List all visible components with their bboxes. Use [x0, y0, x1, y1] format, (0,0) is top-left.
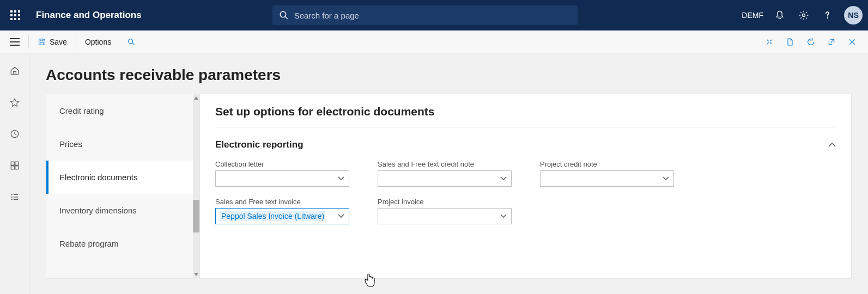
refresh-button[interactable] — [800, 30, 821, 53]
field-project-credit-note: Project credit note — [540, 160, 674, 187]
svg-rect-4 — [14, 14, 16, 16]
search-input[interactable] — [294, 11, 571, 20]
svg-point-15 — [129, 39, 133, 43]
field-sales-credit-note: Sales and Free text credit note — [378, 160, 512, 187]
chevron-down-icon — [194, 273, 198, 276]
field-sales-invoice: Sales and Free text invoice Peppol Sales… — [215, 198, 349, 224]
field-project-invoice: Project invoice — [378, 198, 512, 224]
main-content: Accounts receivable parameters Credit ra… — [29, 53, 868, 294]
nav-recent-button[interactable] — [5, 124, 25, 144]
field-label: Collection letter — [215, 160, 349, 168]
nav-modules-button[interactable] — [5, 187, 25, 207]
page-toolbar: Save Options — [0, 30, 868, 53]
help-button[interactable] — [817, 0, 839, 30]
popout-button[interactable] — [821, 30, 842, 53]
global-search[interactable] — [272, 5, 578, 25]
field-collection-letter: Collection letter — [215, 160, 349, 187]
select-sales-invoice[interactable]: Peppol Sales Invoice (Litware) — [215, 208, 349, 224]
sidepanel-item-rebate-program[interactable]: Rebate program — [46, 227, 193, 260]
refresh-icon — [806, 38, 815, 46]
save-label: Save — [50, 38, 67, 46]
grid-icon — [10, 161, 20, 170]
select-project-credit-note[interactable] — [540, 170, 674, 187]
toolbar-actions — [759, 30, 868, 53]
svg-rect-6 — [10, 18, 13, 20]
field-label: Project invoice — [378, 198, 512, 206]
select-value: Peppol Sales Invoice (Litware) — [220, 211, 325, 221]
svg-line-16 — [132, 43, 134, 45]
svg-rect-0 — [10, 10, 13, 13]
page-title: Accounts receivable parameters — [46, 66, 852, 84]
sparkle-icon — [765, 38, 774, 46]
options-label: Options — [85, 38, 111, 46]
svg-rect-21 — [15, 162, 18, 165]
svg-rect-20 — [11, 162, 14, 165]
header-utilities: DEMF NS — [742, 0, 868, 30]
scroll-up-button[interactable] — [193, 94, 199, 102]
options-button[interactable]: Options — [77, 30, 119, 53]
toolbar-divider — [76, 35, 76, 48]
select-project-invoice[interactable] — [378, 208, 512, 224]
company-label[interactable]: DEMF — [742, 11, 767, 20]
group-title: Electronic reporting — [215, 139, 304, 150]
svg-rect-2 — [18, 10, 20, 13]
bell-icon — [774, 10, 785, 21]
collapse-button[interactable] — [828, 142, 836, 148]
svg-point-9 — [280, 11, 286, 17]
svg-point-11 — [803, 14, 805, 17]
svg-line-10 — [285, 16, 288, 19]
sidepanel-item-credit-rating[interactable]: Credit rating — [46, 94, 193, 127]
svg-rect-23 — [15, 166, 18, 169]
clock-icon — [10, 129, 20, 139]
hamburger-icon — [10, 38, 20, 46]
list-icon — [10, 192, 20, 202]
popout-icon — [827, 38, 836, 46]
sidepanel-scrollbar[interactable] — [193, 94, 199, 278]
chevron-up-icon — [828, 142, 836, 148]
svg-point-28 — [11, 199, 12, 200]
user-avatar[interactable]: NS — [844, 6, 863, 24]
module-nav — [0, 53, 29, 294]
app-header: Finance and Operations DEMF NS — [0, 0, 868, 30]
chevron-down-icon — [338, 176, 344, 181]
scroll-track[interactable] — [193, 102, 199, 271]
personalize-button[interactable] — [759, 30, 780, 53]
close-icon — [848, 38, 857, 46]
notifications-button[interactable] — [769, 0, 791, 30]
parameter-tabs: Credit rating Prices Electronic document… — [46, 94, 193, 279]
app-brand-label: Finance and Operations — [31, 10, 142, 21]
nav-workspaces-button[interactable] — [5, 156, 25, 175]
save-button[interactable]: Save — [30, 30, 75, 53]
save-icon — [38, 38, 46, 46]
field-label: Sales and Free text credit note — [378, 160, 512, 168]
select-sales-credit-note[interactable] — [378, 170, 512, 187]
select-collection-letter[interactable] — [215, 170, 349, 187]
scroll-thumb[interactable] — [193, 200, 199, 232]
sidepanel-item-prices[interactable]: Prices — [46, 127, 193, 161]
settings-button[interactable] — [793, 0, 815, 30]
chevron-up-icon — [194, 96, 198, 100]
svg-rect-7 — [14, 18, 16, 20]
waffle-icon — [10, 10, 21, 21]
document-icon — [786, 38, 794, 46]
content-row: Credit rating Prices Electronic document… — [46, 94, 852, 279]
home-icon — [10, 66, 20, 76]
app-launcher-button[interactable] — [0, 0, 31, 30]
close-button[interactable] — [842, 30, 863, 53]
group-header[interactable]: Electronic reporting — [215, 139, 836, 150]
chevron-down-icon — [500, 214, 507, 218]
detail-title: Set up options for electronic documents — [215, 105, 836, 127]
question-icon — [822, 10, 833, 21]
toolbar-search-button[interactable] — [119, 30, 144, 53]
nav-favorites-button[interactable] — [5, 93, 25, 112]
nav-home-button[interactable] — [5, 61, 25, 81]
attachments-button[interactable] — [780, 30, 800, 53]
sidepanel-item-inventory-dimensions[interactable]: Inventory dimensions — [46, 194, 193, 227]
sidepanel-item-electronic-documents[interactable]: Electronic documents — [46, 161, 193, 194]
search-icon — [127, 38, 136, 46]
scroll-down-button[interactable] — [193, 271, 199, 278]
search-icon — [279, 10, 289, 20]
svg-point-24 — [11, 194, 12, 195]
svg-point-26 — [11, 197, 12, 198]
nav-toggle-button[interactable] — [2, 30, 27, 53]
